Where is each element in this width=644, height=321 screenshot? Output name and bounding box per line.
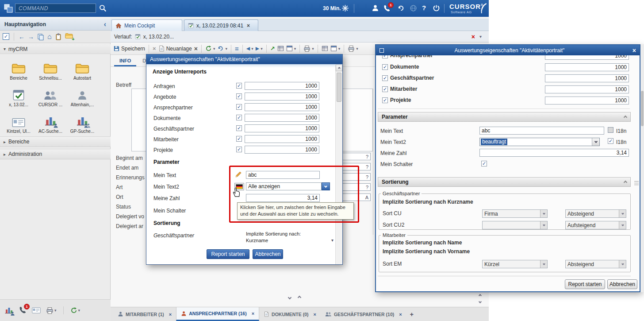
mein-text2-combobox[interactable]: beauftragt [479,138,600,146]
scroll-thumb[interactable] [337,73,341,102]
max-rows-input[interactable]: 1000 [545,55,629,60]
sidebar-section-mycrm[interactable]: myCRM [0,44,111,54]
collapse-section-icon[interactable] [624,179,627,185]
select-arrow[interactable] [619,260,626,268]
refresh-button[interactable] [205,45,215,52]
history-item[interactable]: x, 13.02.20... [143,34,174,40]
select-arrow[interactable] [619,221,626,229]
i18n-checkbox[interactable] [608,127,613,133]
sort-cu-direction-select[interactable]: Absteigend [565,209,626,218]
table-icon[interactable] [277,45,284,52]
sort-em-field-select[interactable]: Kürzel [482,260,548,268]
back-icon[interactable] [19,33,25,40]
print-button[interactable] [348,45,358,52]
select-arrow[interactable] [619,210,626,217]
dialog-titlebar[interactable]: Auswertungseigenschaften "Aktivitätenpor… [376,45,640,55]
tab-mein-cockpit[interactable]: Mein Cockpit [111,19,182,31]
print-button[interactable] [303,45,314,52]
dialog-titlebar[interactable]: Auswertungseigenschaften "Aktivitätenpor… [146,54,342,64]
shortcut-schnellsuche[interactable]: Schnellsu... [34,56,66,81]
window-button[interactable] [330,45,341,52]
search-icon[interactable] [99,4,107,12]
subreport-checkbox[interactable] [236,136,242,142]
max-rows-input[interactable]: 1000 [545,63,629,71]
gp-sort-dropdown-icon[interactable] [331,238,334,243]
power-icon[interactable] [433,4,440,12]
close-tab-icon[interactable] [169,312,172,317]
subreport-checkbox[interactable] [236,83,242,89]
discard-icon[interactable] [153,45,156,52]
next-record-button[interactable] [256,46,263,51]
meine-zahl-input[interactable]: 3,14 [479,149,629,157]
collapse-sidebar-icon[interactable] [104,21,106,28]
subreport-checkbox[interactable] [236,93,242,99]
home-icon[interactable] [47,33,52,41]
refresh-button[interactable] [70,307,80,314]
copy-icon[interactable] [37,33,44,40]
sidebar-section-administration[interactable]: Administration [0,149,111,159]
max-rows-input[interactable]: 1000 [245,82,319,90]
close-tab-icon[interactable] [252,311,254,316]
subreport-checkbox[interactable] [236,147,242,152]
shortcut-kintzel[interactable]: Kintzel, Ul... [3,109,34,134]
subreport-checkbox[interactable] [382,86,388,92]
phone-icon[interactable]: 1 [19,306,27,315]
combobox-arrow-button[interactable] [592,138,599,146]
lookup-field-fragment[interactable]: ? [341,153,371,160]
mein-schalter-checkbox[interactable] [481,161,487,166]
max-rows-input[interactable]: 1000 [245,124,319,132]
command-input[interactable]: COMMAND [15,4,96,13]
new-folder-icon[interactable] [65,33,73,40]
shortcut-bereiche[interactable]: Bereiche [3,56,34,81]
help-icon[interactable]: ? [422,4,426,12]
max-rows-input[interactable]: 1000 [245,135,319,143]
select-mode-icon[interactable] [3,33,9,40]
tab-dokumente[interactable]: DOKUMENTE (0) [259,307,321,321]
select-arrow[interactable] [540,221,547,229]
subreport-checkbox[interactable] [236,104,242,110]
scroll-up-button[interactable] [336,65,342,71]
tab-record-active[interactable]: x, 13.02.2019 08:41 [184,19,258,31]
collapse-down-icon[interactable] [288,296,291,299]
close-tab-icon[interactable] [247,23,250,29]
shortcut-termin[interactable]: x, 13.02... [3,82,34,107]
collapse-section-icon[interactable] [624,114,627,120]
resize-grip[interactable] [634,181,639,186]
shortcut-cursor[interactable]: CURSOR ... [34,82,66,107]
max-rows-input[interactable]: 1000 [545,97,629,104]
select-arrow[interactable] [540,260,547,268]
subreport-checkbox[interactable] [382,97,388,103]
dialog-scrollbar[interactable] [335,65,342,264]
report-start-button[interactable]: Report starten [207,249,249,259]
subreport-checkbox[interactable] [236,125,242,131]
max-rows-input[interactable]: 1000 [545,85,629,93]
shortcut-altenhain[interactable]: Altenhain,... [66,82,98,107]
i18n-checkbox[interactable] [608,138,613,144]
sort-cu2-direction-select[interactable]: Aufsteigend [565,221,626,229]
close-tab-icon[interactable] [399,312,402,317]
cancel-button[interactable]: Abbrechen [607,279,637,289]
dropdown-icon[interactable] [54,308,57,313]
dropdown-icon[interactable] [479,34,482,39]
subreport-checkbox[interactable] [382,64,388,70]
export-icon[interactable] [270,45,275,52]
tab-geschaeftspartner[interactable]: GESCHÄFTSPARTNER (10) [321,307,406,321]
tab-ansprechpartner[interactable]: ANSPRECHPARTNER (16) [176,307,259,321]
shortcut-gp-suche[interactable]: GP-Suche... [66,109,98,134]
scroll-up-icon[interactable] [479,292,481,298]
scroll-down-icon[interactable] [479,298,481,304]
print-button[interactable] [46,307,57,314]
sidebar-section-bereiche[interactable]: Bereiche [0,136,111,147]
dropdown-icon[interactable] [78,308,80,313]
sortierung-section-header[interactable]: Sortierung [378,177,631,187]
forward-icon[interactable] [28,33,34,40]
cancel-button[interactable]: Abbrechen [253,249,283,259]
max-rows-input[interactable]: 1000 [245,103,319,111]
save-button[interactable]: Speichern [113,45,145,52]
subreport-checkbox[interactable] [382,55,388,58]
user-icon[interactable] [372,4,379,12]
subreport-checkbox[interactable] [236,115,242,120]
select-arrow[interactable] [540,210,547,217]
sort-cu-field-select[interactable]: Firma [482,209,548,218]
phone-icon[interactable]: 1 [383,4,391,13]
